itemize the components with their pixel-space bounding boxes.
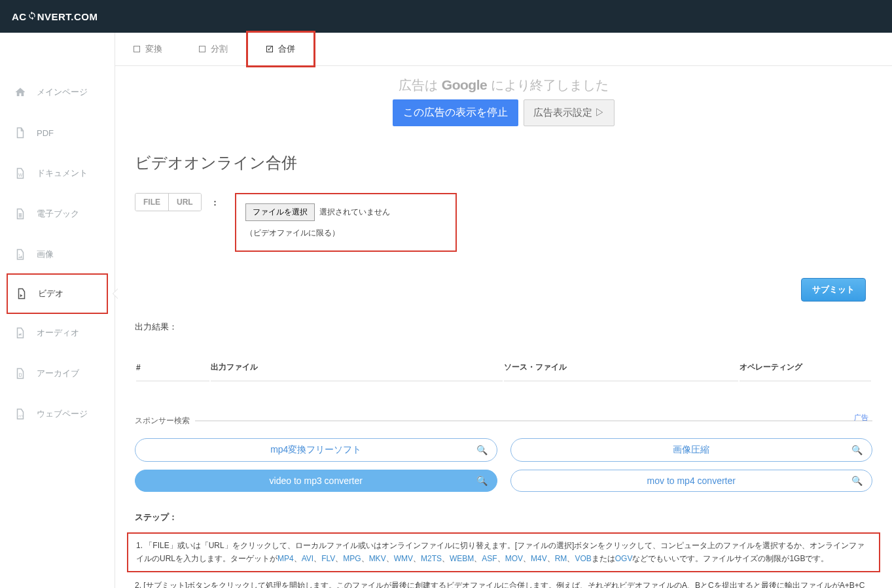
tab-merge[interactable]: 合併: [246, 31, 315, 67]
ad-closed-text: 広告は Google により終了しました: [115, 77, 892, 94]
submit-button[interactable]: サブミット: [801, 278, 866, 302]
stop-ad-button[interactable]: この広告の表示を停止: [393, 99, 518, 126]
sidebar-item-audio[interactable]: オーディオ: [0, 313, 115, 353]
logo-spinner-icon: [27, 11, 37, 22]
sidebar-label: 電子ブック: [37, 208, 79, 220]
webpage-icon: </>: [13, 407, 27, 421]
checkbox-checked-icon: [266, 46, 273, 52]
video-icon: [14, 286, 29, 301]
sidebar-label: PDF: [37, 128, 54, 138]
source-url-button[interactable]: URL: [168, 194, 201, 211]
sponsor-legend: スポンサー検索: [135, 415, 195, 426]
document-icon: W: [13, 166, 27, 181]
sponsor-ad-label: 广告: [854, 413, 868, 423]
checkbox-icon: [199, 46, 205, 52]
svg-point-1: [19, 254, 20, 256]
col-output: 出力ファイル: [211, 354, 503, 381]
checkbox-icon: [134, 46, 140, 52]
step-2: 2. [サブミット]ボタンをクリックして処理を開始します。このファイルが最後に創…: [135, 579, 872, 588]
step-1: 1. 「FILE」或いは「URL」をクリックして、ローカルファイル或いはオンライ…: [127, 532, 880, 572]
ebook-icon: [13, 207, 27, 221]
search-icon: 🔍: [476, 445, 488, 455]
audio-icon: [13, 326, 27, 340]
col-source: ソース・ファイル: [504, 354, 738, 381]
output-table: # 出力ファイル ソース・ファイル オペレーティング: [135, 353, 872, 383]
sidebar-item-pdf[interactable]: PDF: [0, 112, 115, 153]
sidebar-item-video[interactable]: ビデオ: [7, 273, 108, 314]
sidebar-label: ドキュメント: [37, 167, 88, 179]
sidebar-label: 画像: [37, 249, 54, 260]
sponsor-link-1[interactable]: mp4変換フリーソフト🔍: [135, 438, 497, 462]
colon: ：: [211, 197, 219, 209]
col-index: #: [136, 354, 209, 381]
home-icon: [13, 85, 27, 99]
sponsor-link-2[interactable]: 画像圧縮🔍: [510, 438, 873, 462]
sidebar: メインページ PDF W ドキュメント 電子ブック 画像 ビデオ オーディオ ア: [0, 33, 115, 588]
source-file-button[interactable]: FILE: [135, 194, 168, 211]
google-logo-text: Google: [442, 77, 487, 92]
col-operation: オペレーティング: [740, 354, 871, 381]
sidebar-item-ebook[interactable]: 電子ブック: [0, 194, 115, 234]
tab-convert[interactable]: 変換: [115, 33, 181, 65]
main: 変換 分割 合併 広告は Google により終了しました この広告の表示を停止…: [115, 33, 892, 588]
logo[interactable]: AC NVERT.COM: [12, 11, 98, 22]
sidebar-item-webpage[interactable]: </> ウェブページ: [0, 394, 115, 434]
sidebar-label: アーカイブ: [37, 368, 79, 379]
svg-rect-2: [20, 373, 22, 377]
file-note: （ビデオファイルに限る）: [245, 228, 391, 239]
sidebar-item-document[interactable]: W ドキュメント: [0, 153, 115, 194]
tab-split[interactable]: 分割: [181, 33, 246, 65]
page-title: ビデオオンライン合併: [115, 139, 892, 193]
sponsor-link-4[interactable]: mov to mp4 converter🔍: [510, 470, 873, 492]
sidebar-item-home[interactable]: メインページ: [0, 72, 115, 112]
svg-text:W: W: [18, 173, 23, 177]
choose-file-button[interactable]: ファイルを選択: [245, 203, 315, 221]
svg-text:</>: </>: [18, 414, 24, 418]
header: AC NVERT.COM: [0, 0, 892, 33]
sidebar-item-archive[interactable]: アーカイブ: [0, 353, 115, 394]
archive-icon: [13, 366, 27, 381]
logo-text-pre: AC: [12, 11, 27, 22]
sponsor-link-3[interactable]: video to mp3 converter🔍: [135, 470, 497, 492]
sidebar-label: ビデオ: [38, 288, 63, 300]
file-select-box: ファイルを選択 選択されていません （ビデオファイルに限る）: [235, 193, 457, 252]
sponsor-search: スポンサー検索 广告 mp4変換フリーソフト🔍 画像圧縮🔍 video to m…: [135, 415, 872, 492]
tab-bar: 変換 分割 合併: [115, 33, 892, 66]
sidebar-label: メインページ: [37, 86, 88, 98]
logo-text-post: NVERT.COM: [37, 11, 98, 22]
file-input-row: FILE URL ： ファイルを選択 選択されていません （ビデオファイルに限る…: [115, 193, 892, 252]
file-status: 選択されていません: [319, 207, 390, 216]
pdf-icon: [13, 126, 27, 140]
sidebar-item-image[interactable]: 画像: [0, 234, 115, 275]
search-icon: 🔍: [851, 476, 863, 486]
search-icon: 🔍: [476, 476, 488, 486]
sidebar-label: ウェブページ: [37, 408, 88, 420]
ad-settings-button[interactable]: 広告表示設定 ▷: [524, 99, 615, 126]
steps-label: ステップ：: [135, 511, 872, 523]
sidebar-label: オーディオ: [37, 327, 79, 339]
ad-banner: 広告は Google により終了しました この広告の表示を停止 広告表示設定 ▷: [115, 66, 892, 139]
search-icon: 🔍: [851, 445, 863, 455]
source-toggle: FILE URL: [135, 193, 202, 211]
image-icon: [13, 247, 27, 262]
output-label: 出力結果：: [115, 321, 892, 353]
